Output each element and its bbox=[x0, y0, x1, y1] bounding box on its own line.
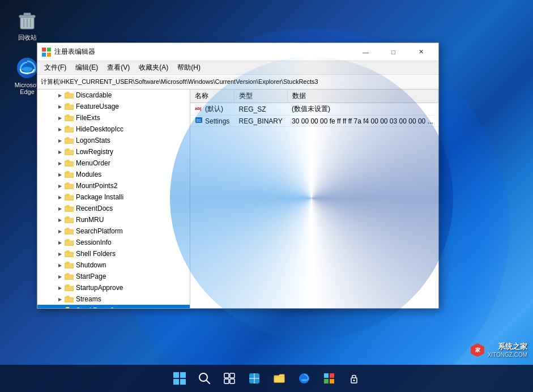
regedit-window: 注册表编辑器 — □ ✕ 文件(F)编辑(E)查看(V)收藏夹(A)帮助(H) … bbox=[37, 42, 439, 309]
expand-arrow-icon[interactable]: ▶ bbox=[57, 296, 63, 302]
tree-item[interactable]: ▶MenuOrder bbox=[37, 157, 190, 169]
svg-rect-13 bbox=[65, 105, 74, 110]
svg-rect-43 bbox=[230, 373, 234, 378]
tree-item[interactable]: ▶RunMRU bbox=[37, 214, 190, 225]
menu-item-e[interactable]: 编辑(E) bbox=[71, 62, 103, 74]
expand-arrow-icon[interactable]: ▶ bbox=[57, 239, 63, 246]
tree-item[interactable]: ▶Package Installi bbox=[37, 191, 190, 203]
svg-rect-52 bbox=[324, 373, 329, 378]
expand-arrow-icon[interactable]: ▶ bbox=[57, 114, 63, 121]
minimize-button[interactable]: — bbox=[353, 44, 378, 60]
expand-arrow-icon[interactable]: ▶ bbox=[57, 148, 63, 155]
expand-arrow-icon[interactable]: ▶ bbox=[57, 228, 63, 235]
task-view-button[interactable] bbox=[218, 367, 241, 390]
settings-taskbar-button[interactable] bbox=[343, 367, 365, 390]
expand-arrow-icon[interactable]: ▶ bbox=[57, 182, 63, 189]
table-row[interactable]: ab|(默认)REG_SZ(数值未设置) bbox=[190, 103, 438, 116]
data-pane[interactable]: 名称 类型 数据 ab|(默认)REG_SZ(数值未设置)01SettingsR… bbox=[190, 90, 438, 308]
tree-item[interactable]: ▶StartupApprove bbox=[37, 282, 190, 293]
expand-arrow-icon[interactable]: ▶ bbox=[57, 160, 63, 167]
tree-item[interactable]: ▶MountPoints2 bbox=[37, 180, 190, 191]
svg-rect-1 bbox=[19, 15, 35, 18]
expand-arrow-icon[interactable]: ▶ bbox=[57, 126, 63, 133]
tree-item[interactable]: ▶Discardable bbox=[37, 90, 190, 101]
expand-arrow-icon[interactable]: ▶ bbox=[57, 273, 63, 280]
menu-item-a[interactable]: 收藏夹(A) bbox=[134, 62, 173, 74]
svg-rect-22 bbox=[65, 207, 74, 212]
recycle-bin-icon[interactable]: 回收站 bbox=[10, 8, 44, 42]
tree-item-label: SessionInfo bbox=[76, 238, 112, 246]
tree-item-label: SearchPlatform bbox=[76, 227, 123, 235]
svg-text:家: 家 bbox=[475, 347, 480, 353]
svg-rect-55 bbox=[330, 379, 334, 384]
cell-type: REG_SZ bbox=[234, 103, 287, 116]
tree-item-label: HideDesktopIcc bbox=[76, 125, 123, 133]
store-taskbar-button[interactable] bbox=[318, 367, 340, 390]
menu-item-v[interactable]: 查看(V) bbox=[103, 62, 134, 74]
tree-item[interactable]: ▶FeatureUsage bbox=[37, 101, 190, 112]
tree-item-label: MenuOrder bbox=[76, 159, 110, 167]
search-taskbar-button[interactable] bbox=[193, 367, 216, 390]
svg-rect-19 bbox=[65, 173, 74, 178]
ab-icon: ab| bbox=[195, 106, 203, 112]
folder-icon bbox=[65, 284, 74, 291]
tree-item[interactable]: ▶Shell Folders bbox=[37, 248, 190, 259]
file-explorer-button[interactable] bbox=[268, 367, 291, 390]
recycle-bin-label: 回收站 bbox=[18, 33, 37, 42]
data-table: 名称 类型 数据 ab|(默认)REG_SZ(数值未设置)01SettingsR… bbox=[190, 90, 438, 127]
folder-icon bbox=[65, 126, 74, 133]
tree-item[interactable]: ▶SessionInfo bbox=[37, 237, 190, 248]
tree-item[interactable]: ▶HideDesktopIcc bbox=[37, 123, 190, 135]
tree-item[interactable]: ▶Streams bbox=[37, 293, 190, 305]
tree-item[interactable]: ▶RecentDocs bbox=[37, 203, 190, 214]
start-button[interactable] bbox=[168, 367, 191, 390]
expand-arrow-icon[interactable]: ▶ bbox=[57, 262, 63, 269]
tree-item[interactable]: ▶FileExts bbox=[37, 112, 190, 123]
expand-arrow-icon[interactable]: ▶ bbox=[57, 171, 63, 178]
expand-arrow-icon[interactable]: ▶ bbox=[57, 103, 63, 110]
tree-item[interactable]: ▶LogonStats bbox=[37, 135, 190, 146]
edge-label: MicrosoftEdge bbox=[15, 82, 40, 95]
folder-icon bbox=[65, 273, 74, 280]
binary-icon: 01 bbox=[195, 118, 203, 125]
close-button[interactable]: ✕ bbox=[408, 44, 434, 60]
expand-arrow-icon[interactable]: ▶ bbox=[57, 250, 63, 257]
folder-icon bbox=[65, 296, 74, 302]
expand-arrow-icon[interactable]: ▶ bbox=[57, 137, 63, 144]
tree-item[interactable]: ▶StartPage bbox=[37, 271, 190, 282]
widgets-button[interactable] bbox=[243, 367, 266, 390]
tree-item[interactable]: ▶Shutdown bbox=[37, 259, 190, 271]
col-type[interactable]: 类型 bbox=[234, 90, 287, 103]
tree-item[interactable]: ▶SearchPlatform bbox=[37, 225, 190, 237]
main-content: ▶Discardable▶FeatureUsage▶FileExts▶HideD… bbox=[37, 90, 438, 308]
cell-name: ab|(默认) bbox=[190, 103, 234, 116]
tree-item-label: StartupApprove bbox=[76, 284, 123, 292]
cell-name: 01Settings bbox=[190, 116, 234, 127]
expand-arrow-icon[interactable]: ▶ bbox=[57, 194, 63, 201]
expand-arrow-icon[interactable]: ▶ bbox=[57, 307, 63, 308]
svg-rect-53 bbox=[330, 373, 334, 378]
tree-item[interactable]: ▶LowRegistry bbox=[37, 146, 190, 157]
folder-icon bbox=[65, 114, 74, 121]
expand-arrow-icon[interactable]: ▶ bbox=[57, 216, 63, 223]
svg-rect-39 bbox=[180, 379, 186, 385]
expand-arrow-icon[interactable]: ▶ bbox=[57, 92, 63, 99]
folder-icon bbox=[65, 307, 74, 308]
svg-rect-9 bbox=[47, 48, 51, 52]
tree-item[interactable]: ▶StuckRects3 bbox=[37, 305, 190, 308]
expand-arrow-icon[interactable]: ▶ bbox=[57, 205, 63, 212]
tree-pane[interactable]: ▶Discardable▶FeatureUsage▶FileExts▶HideD… bbox=[37, 90, 190, 308]
svg-rect-20 bbox=[65, 184, 74, 189]
svg-point-57 bbox=[353, 380, 355, 381]
col-name[interactable]: 名称 bbox=[190, 90, 234, 103]
col-data[interactable]: 数据 bbox=[287, 90, 438, 103]
folder-icon bbox=[65, 171, 74, 178]
menu-item-f[interactable]: 文件(F) bbox=[40, 62, 71, 74]
edge-taskbar-button[interactable] bbox=[293, 367, 315, 390]
svg-rect-17 bbox=[65, 150, 74, 155]
menu-item-h[interactable]: 帮助(H) bbox=[173, 62, 205, 74]
expand-arrow-icon[interactable]: ▶ bbox=[57, 284, 63, 291]
table-row[interactable]: 01SettingsREG_BINARY30 00 00 00 fe ff ff… bbox=[190, 116, 438, 127]
tree-item[interactable]: ▶Modules bbox=[37, 169, 190, 180]
maximize-button[interactable]: □ bbox=[381, 44, 406, 60]
